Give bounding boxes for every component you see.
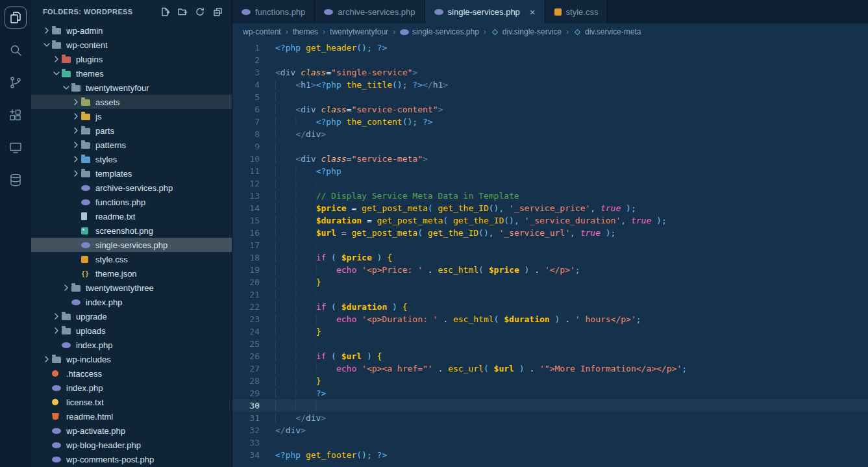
tab-functions-php[interactable]: functions.php [232,0,315,23]
tab-style-css[interactable]: style.css [545,0,608,23]
breadcrumb-item-single-services-php[interactable]: single-services.php [400,27,479,36]
breadcrumb-item-themes[interactable]: themes [293,27,318,36]
search-icon[interactable] [5,39,27,61]
tree-item-index-php[interactable]: index.php [31,338,232,352]
tree-item-functions-php[interactable]: functions.php [31,195,232,209]
refresh-icon[interactable] [195,6,205,17]
tree-item-index-php[interactable]: index.php [31,295,232,309]
code-line-3[interactable]: 3<div class="single-service"> [232,66,868,79]
code-line-15[interactable]: 15 $duration = get_post_meta( get_the_ID… [232,214,868,227]
breadcrumb-item-div-single-service[interactable]: div.single-service [491,27,562,36]
tab-archive-services-php[interactable]: archive-services.php [315,0,425,23]
code-line-28[interactable]: 28 } [232,375,868,387]
chevron-right-icon[interactable] [42,25,52,36]
code-line-20[interactable]: 20 } [232,276,868,288]
tree-item-js[interactable]: js [31,109,232,123]
code-line-1[interactable]: 1<?php get_header(); ?> [232,42,868,54]
tree-item-theme-json[interactable]: {}theme.json [31,266,232,281]
extensions-icon[interactable] [5,104,27,126]
code-line-34[interactable]: 34<?php get_footer(); ?> [232,449,868,461]
tree-item-plugins[interactable]: plugins [31,52,232,66]
tree-item-license-txt[interactable]: license.txt [31,395,232,409]
code-line-12[interactable]: 12 [232,177,868,190]
tree-item-twentytwentyfour[interactable]: twentytwentyfour [31,81,232,95]
tab-single-services-php[interactable]: single-services.php× [425,0,545,23]
chevron-right-icon[interactable] [51,325,62,336]
code-line-4[interactable]: 4 <h1><?php the_title(); ?></h1> [232,79,868,91]
code-line-14[interactable]: 14 $price = get_post_meta( get_the_ID(),… [232,202,868,214]
new-file-icon[interactable] [160,6,170,17]
tree-item-single-services-php[interactable]: single-services.php [31,238,232,252]
tree-item-assets[interactable]: assets [31,95,232,109]
code-line-31[interactable]: 31 </div> [232,412,868,424]
tree-item-readme-txt[interactable]: readme.txt [31,209,232,223]
tree-item-wp-admin[interactable]: wp-admin [31,23,232,38]
code-line-30[interactable]: 30 [232,399,868,412]
code-line-13[interactable]: 13 // Display Service Meta Data in Templ… [232,190,868,202]
code-line-19[interactable]: 19 echo '<p>Price: ' . esc_html( $price … [232,264,868,276]
chevron-right-icon[interactable] [42,354,52,364]
code-line-7[interactable]: 7 <?php the_content(); ?> [232,116,868,128]
code-line-25[interactable]: 25 [232,338,868,350]
chevron-right-icon[interactable] [51,311,62,322]
code-line-17[interactable]: 17 [232,239,868,251]
tree-item-patterns[interactable]: patterns [31,138,232,152]
code-line-11[interactable]: 11 <?php [232,165,868,177]
source-control-icon[interactable] [5,71,27,94]
code-line-33[interactable]: 33 [232,436,868,449]
code-line-10[interactable]: 10 <div class="service-meta"> [232,153,868,165]
chevron-right-icon[interactable] [71,168,81,179]
chevron-down-icon[interactable] [51,68,62,79]
code-line-8[interactable]: 8 </div> [232,128,868,140]
code-area[interactable]: 1<?php get_header(); ?>23<div class="sin… [232,40,868,467]
code-line-29[interactable]: 29 ?> [232,387,868,399]
tree-item-htaccess[interactable]: .htaccess [31,366,232,381]
breadcrumb-item-wp-content[interactable]: wp-content [243,27,281,36]
tree-item-archive-services-php[interactable]: archive-services.php [31,181,232,195]
tree-item-wp-content[interactable]: wp-content [31,38,232,52]
close-icon[interactable]: × [530,7,536,17]
code-line-21[interactable]: 21 [232,288,868,301]
breadcrumb-item-twentytwentyfour[interactable]: twentytwentyfour [330,27,388,36]
chevron-right-icon[interactable] [71,111,81,121]
tree-item-wp-includes[interactable]: wp-includes [31,352,232,366]
code-line-32[interactable]: 32</div> [232,424,868,436]
database-icon[interactable] [5,169,27,191]
chevron-down-icon[interactable] [42,40,52,50]
code-line-6[interactable]: 6 <div class="service-content"> [232,103,868,116]
tree-item-upgrade[interactable]: upgrade [31,309,232,323]
code-line-16[interactable]: 16 $url = get_post_meta( get_the_ID(), '… [232,227,868,239]
tree-item-styles[interactable]: styles [31,152,232,166]
collapse-all-icon[interactable] [212,6,223,17]
code-line-5[interactable]: 5 [232,91,868,103]
tree-item-readme-html[interactable]: readme.html [31,409,232,423]
new-folder-icon[interactable] [177,6,188,17]
chevron-right-icon[interactable] [71,125,81,136]
tree-item-themes[interactable]: themes [31,66,232,81]
tree-item-index-php[interactable]: index.php [31,381,232,395]
code-line-18[interactable]: 18 if ( $price ) { [232,251,868,264]
code-line-2[interactable]: 2 [232,54,868,66]
code-line-22[interactable]: 22 if ( $duration ) { [232,301,868,313]
tree-item-parts[interactable]: parts [31,123,232,138]
tree-item-wp-comments-post-php[interactable]: wp-comments-post.php [31,452,232,466]
tree-item-wp-blog-header-php[interactable]: wp-blog-header.php [31,438,232,452]
chevron-right-icon[interactable] [71,154,81,164]
code-line-26[interactable]: 26 if ( $url ) { [232,350,868,362]
tree-item-uploads[interactable]: uploads [31,323,232,338]
code-line-23[interactable]: 23 echo '<p>Duration: ' . esc_html( $dur… [232,313,868,325]
chevron-down-icon[interactable] [61,82,71,93]
tree-item-screenshot-png[interactable]: screenshot.png [31,223,232,238]
tree-item-wp-activate-php[interactable]: wp-activate.php [31,423,232,438]
tree-item-templates[interactable]: templates [31,166,232,181]
tree-item-twentytwentythree[interactable]: twentytwentythree [31,281,232,295]
chevron-right-icon[interactable] [71,97,81,107]
tree-item-style-css[interactable]: style.css [31,252,232,266]
code-line-24[interactable]: 24 } [232,325,868,338]
explorer-icon[interactable] [5,6,27,29]
remote-explorer-icon[interactable] [5,136,27,158]
chevron-right-icon[interactable] [51,54,62,64]
chevron-right-icon[interactable] [71,140,81,150]
chevron-right-icon[interactable] [61,283,71,293]
code-line-27[interactable]: 27 echo '<p><a href="' . esc_url( $url )… [232,362,868,375]
